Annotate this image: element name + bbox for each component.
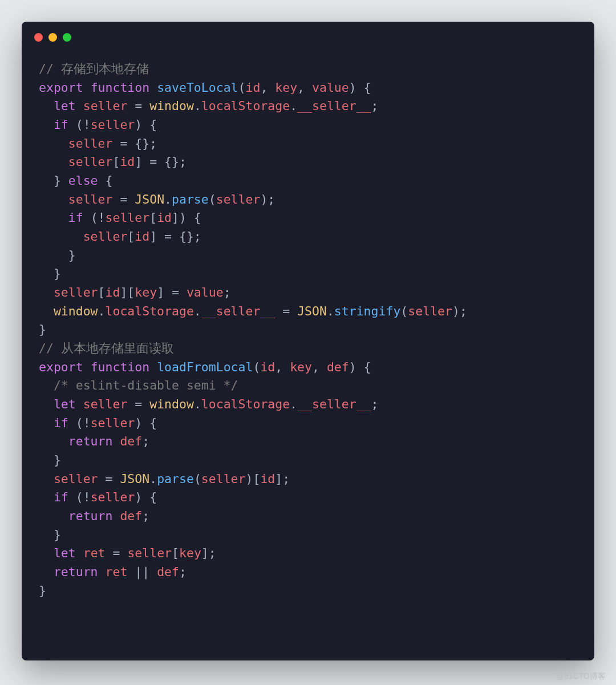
variable: ret (106, 565, 128, 579)
keyword-function: function (91, 360, 150, 374)
argument: seller (408, 304, 452, 318)
object: window (149, 397, 194, 411)
argument: seller (216, 192, 261, 206)
keyword-let: let (54, 546, 76, 560)
keyword-let: let (54, 99, 76, 113)
object: JSON (120, 472, 149, 486)
comment: // 存储到本地存储 (39, 62, 149, 76)
variable: seller (91, 416, 135, 430)
property: localStorage (201, 99, 290, 113)
keyword-else: else (68, 173, 98, 188)
property: __seller__ (297, 397, 371, 411)
keyword-return: return (68, 434, 113, 448)
variable: seller (83, 229, 128, 244)
variable: def (120, 509, 142, 523)
keyword-if: if (68, 210, 83, 225)
keyword-let: let (54, 397, 76, 411)
function-name: saveToLocal (157, 80, 238, 95)
variable: id (157, 210, 172, 225)
variable: seller (54, 472, 98, 486)
watermark: @51CTO博客 (556, 671, 606, 682)
object: JSON (135, 192, 164, 206)
keyword-return: return (68, 509, 113, 523)
property: localStorage (106, 304, 194, 318)
argument: seller (201, 472, 246, 486)
variable: seller (91, 490, 135, 504)
variable: seller (83, 99, 128, 113)
keyword-if: if (54, 416, 68, 430)
method: parse (172, 192, 209, 206)
variable: seller (106, 210, 150, 225)
object: JSON (297, 304, 327, 318)
variable: id (260, 472, 275, 486)
keyword-export: export (39, 80, 83, 95)
variable: seller (83, 397, 128, 411)
function-name: loadFromLocal (157, 360, 253, 374)
param: id (245, 80, 260, 95)
variable: seller (91, 117, 135, 132)
variable: key (179, 546, 201, 560)
object: window (149, 99, 194, 113)
variable: seller (68, 192, 113, 206)
code-window: // 存储到本地存储 export function saveToLocal(i… (22, 22, 594, 660)
property: __seller__ (297, 99, 371, 113)
keyword-if: if (54, 490, 68, 504)
variable: key (135, 285, 157, 299)
method: parse (157, 472, 194, 486)
param: value (312, 80, 349, 95)
property: localStorage (201, 397, 290, 411)
window-titlebar (22, 22, 594, 47)
code-block: // 存储到本地存储 export function saveToLocal(i… (22, 47, 594, 617)
variable: id (106, 285, 120, 299)
close-icon[interactable] (34, 33, 43, 42)
variable: id (135, 229, 149, 244)
variable: seller (127, 546, 172, 560)
param: key (290, 360, 312, 374)
maximize-icon[interactable] (63, 33, 71, 42)
param: def (327, 360, 349, 374)
variable: value (187, 285, 224, 299)
keyword-function: function (91, 80, 150, 95)
minimize-icon[interactable] (48, 33, 57, 42)
comment: // 从本地存储里面读取 (39, 341, 174, 355)
variable: seller (54, 285, 98, 299)
variable: id (120, 155, 135, 169)
keyword-export: export (39, 360, 83, 374)
method: stringify (334, 304, 401, 318)
comment: /* eslint-disable semi */ (54, 378, 238, 392)
keyword-if: if (54, 117, 68, 132)
variable: def (120, 434, 142, 448)
variable: ret (83, 546, 106, 560)
param: key (275, 80, 297, 95)
variable: seller (68, 155, 113, 169)
param: id (260, 360, 275, 374)
property: __seller__ (201, 304, 275, 318)
variable: seller (68, 136, 113, 151)
keyword-return: return (54, 565, 98, 579)
object: window (54, 304, 98, 318)
variable: def (157, 565, 179, 579)
